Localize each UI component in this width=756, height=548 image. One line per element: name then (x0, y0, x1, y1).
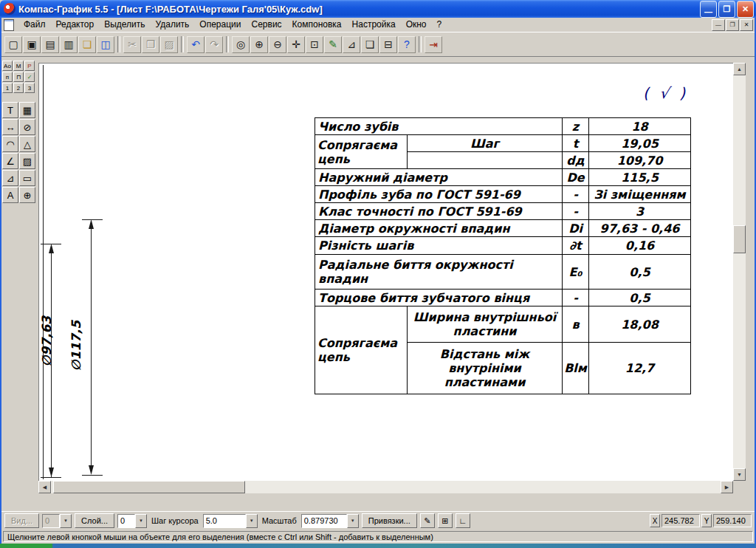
zoom-button[interactable]: ◎ (232, 36, 250, 53)
left-panel-button-5[interactable]: ⊓ (13, 72, 24, 82)
scroll-left-button[interactable]: ◀ (38, 481, 51, 493)
copy-button[interactable]: ❐ (142, 36, 159, 53)
menu-select[interactable]: Выделить (99, 18, 150, 31)
open-document-button[interactable]: ▤ (41, 36, 59, 53)
document-icon[interactable] (4, 19, 14, 31)
undo-button[interactable]: ↶ (187, 36, 205, 53)
param-symbol: ∂t (563, 237, 589, 255)
print-button[interactable]: ⊟ (379, 36, 397, 53)
centerline-tool-button[interactable]: ⊕ (19, 187, 35, 203)
linear-dimension-button[interactable]: ↔ (2, 119, 18, 135)
param-value: 0,5 (589, 255, 691, 290)
chevron-down-icon[interactable]: ▼ (246, 514, 258, 528)
param-symbol: в (563, 306, 589, 343)
local-cs-button[interactable]: ∟ (456, 513, 470, 528)
cut-button[interactable]: ✂ (123, 36, 141, 53)
surface-finish-mark: ( √ ) (643, 84, 688, 102)
left-panel-button-3[interactable]: Р (24, 61, 35, 71)
menu-settings[interactable]: Настройка (347, 18, 401, 31)
grid-toggle-button[interactable]: ⊞ (438, 513, 453, 528)
toolbar-separator (419, 36, 422, 52)
status-bar: Щелкните левой кнопкой мыши на объекте д… (1, 530, 755, 544)
horizontal-scrollbar[interactable]: ◀ ▶ (38, 481, 733, 493)
scale-combobox[interactable]: 0.879730 ▼ (301, 514, 359, 528)
new-fragment-button[interactable]: ▣ (23, 36, 41, 53)
drawing-canvas[interactable]: ( √ ) ∅117,5 ∅97,63 Число зубів z 18 Соп… (38, 63, 734, 481)
text-align-tool-button[interactable]: A (2, 187, 18, 203)
pan-button[interactable]: ✛ (287, 36, 305, 53)
triangle-tool-button[interactable]: △ (19, 136, 35, 152)
close-button[interactable]: ✕ (737, 1, 754, 18)
app-icon (4, 3, 16, 15)
chevron-down-icon[interactable]: ▼ (135, 514, 147, 528)
left-panel-button-4[interactable]: п (2, 72, 13, 82)
view-combobox[interactable]: 0 ▼ (42, 514, 72, 528)
cursor-step-combobox[interactable]: 5.0 ▼ (203, 514, 258, 528)
param-subname: Ширина внутрішньої пластини (408, 306, 563, 343)
measure-button[interactable]: ⊿ (343, 36, 360, 53)
window-left-edge (0, 18, 1, 544)
menu-delete[interactable]: Удалить (151, 18, 195, 31)
menu-help[interactable]: ? (432, 18, 447, 31)
menu-service[interactable]: Сервис (247, 18, 287, 31)
hatch-tool-button[interactable]: ▨ (19, 153, 35, 169)
left-panel-button-6[interactable]: ✓ (24, 72, 35, 82)
page-tab-3[interactable]: 3 (24, 83, 35, 93)
sprocket-parameters-table[interactable]: Число зубів z 18 Сопрягаєма цепь Шаг t 1… (315, 117, 691, 394)
document-manager-button[interactable]: ▥ (60, 36, 78, 53)
rectangle-tool-button[interactable]: ▭ (19, 170, 35, 186)
scroll-down-button[interactable]: ▼ (733, 468, 746, 481)
snaps-button[interactable]: Привязки... (362, 513, 417, 528)
save-button[interactable]: ◫ (97, 36, 114, 53)
layer-button[interactable]: Слой... (75, 513, 114, 528)
layer-combobox[interactable]: 0 ▼ (117, 514, 147, 528)
mdi-close-button[interactable]: ✕ (740, 19, 753, 31)
leader-tool-button[interactable]: ⊿ (2, 170, 18, 186)
table-tool-button[interactable]: ▦ (19, 102, 35, 118)
view-button[interactable]: Вид... (4, 513, 39, 528)
zoom-area-button[interactable]: ⊡ (306, 36, 323, 53)
angle-dimension-button[interactable]: ∠ (2, 153, 18, 169)
left-panel-button-1[interactable]: Ао (2, 61, 13, 71)
scroll-up-button[interactable]: ▲ (733, 63, 746, 75)
new-document-button[interactable]: ▢ (4, 36, 22, 53)
scroll-right-button[interactable]: ▶ (721, 481, 733, 493)
y-coordinate-label: Y (701, 514, 712, 527)
paste-button[interactable]: ▨ (160, 36, 178, 53)
rebuild-button[interactable]: ✎ (324, 36, 342, 53)
menu-layout[interactable]: Компоновка (287, 18, 347, 31)
page-tab-2[interactable]: 2 (13, 83, 24, 93)
menu-window[interactable]: Окно (401, 18, 432, 31)
table-row: Число зубів z 18 (315, 118, 691, 135)
mdi-minimize-button[interactable]: — (712, 19, 725, 31)
vertical-scrollbar[interactable]: ▲ ▼ (733, 63, 746, 481)
restore-button[interactable]: ❐ (718, 1, 735, 18)
chevron-down-icon[interactable]: ▼ (60, 514, 72, 528)
redo-button[interactable]: ↷ (205, 36, 223, 53)
text-tool-button[interactable]: T (2, 102, 18, 118)
snap-settings-button[interactable]: ✎ (420, 513, 435, 528)
param-name: Діаметр окружності впадин (315, 220, 563, 237)
zoom-in-button[interactable]: ⊕ (250, 36, 268, 53)
vertical-scroll-thumb[interactable] (733, 225, 746, 253)
title-bar: Компас-График 5.5 - [Лист F:\РАБОТА\Черт… (0, 0, 756, 18)
chevron-down-icon[interactable]: ▼ (347, 514, 359, 528)
context-help-button[interactable]: ? (398, 36, 416, 53)
zoom-out-button[interactable]: ⊖ (269, 36, 286, 53)
menu-editor[interactable]: Редактор (51, 18, 100, 31)
diameter-dimension-button[interactable]: ⊘ (19, 119, 35, 135)
print-preview-button[interactable]: ❏ (361, 36, 379, 53)
page-tab-1[interactable]: 1 (2, 83, 13, 93)
mdi-restore-button[interactable]: ❐ (726, 19, 739, 31)
horizontal-scroll-thumb[interactable] (53, 481, 245, 493)
arc-tool-button[interactable]: ◠ (2, 136, 18, 152)
y-coordinate-value: 259.140 (713, 514, 752, 527)
minimize-button[interactable]: — (700, 1, 717, 18)
table-row: Торцове биття зубчатого вінця - 0,5 (315, 290, 691, 306)
menu-file[interactable]: Файл (18, 18, 51, 31)
left-panel-button-2[interactable]: М (13, 61, 24, 71)
end-session-button[interactable]: ⇥ (425, 36, 442, 53)
open-folder-button[interactable]: ❏ (78, 36, 96, 53)
param-value: 0,16 (589, 237, 691, 255)
menu-operations[interactable]: Операции (194, 18, 246, 31)
